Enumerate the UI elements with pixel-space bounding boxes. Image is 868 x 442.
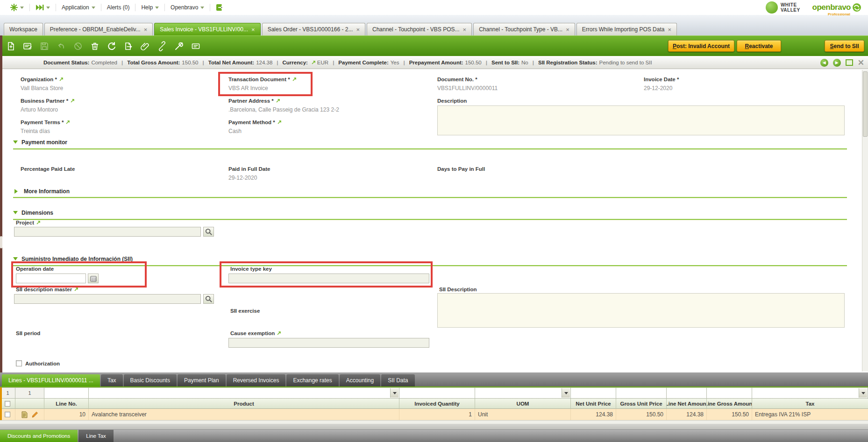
child-tab-tax[interactable]: Tax (101, 374, 123, 386)
child-tab-lines[interactable]: Lines - VBS1FULLINV/0000011 ... (2, 374, 100, 386)
column-header-line-gross-amount[interactable]: Line Gross Amount (707, 399, 752, 409)
column-header-uom[interactable]: UOM (475, 399, 571, 409)
tab-sales-invoice[interactable]: Sales Invoice - VBS1FULLINV/00...× (154, 23, 260, 35)
child-tab-payment-plan[interactable]: Payment Plan (178, 374, 226, 386)
column-header-net-unit-price[interactable]: Net Unit Price (571, 399, 616, 409)
post-button[interactable]: Post: Invalid Account (668, 40, 734, 52)
export-button[interactable] (121, 39, 135, 53)
workspace-menu[interactable] (5, 3, 29, 12)
sii-description-master-search-button[interactable] (203, 294, 214, 304)
bottom-tab-discounts-promotions[interactable]: Discounts and Promotions (0, 430, 78, 442)
quick-launch-menu[interactable] (30, 3, 56, 12)
splitter-grip[interactable] (0, 236, 2, 248)
menu-help[interactable]: Help (135, 3, 164, 12)
link-icon[interactable] (277, 120, 282, 125)
save-button[interactable] (37, 39, 51, 53)
section-sii[interactable]: Suministro Inmediato de Información (SII… (13, 255, 847, 266)
close-icon[interactable]: × (356, 27, 360, 33)
tab-channel-touchpoint[interactable]: Channel - Touchpoint - VBS POS...× (367, 23, 472, 35)
child-tab-accounting[interactable]: Accounting (340, 374, 380, 386)
operation-date-input[interactable] (16, 274, 86, 283)
reactivate-button[interactable]: Reactivate (737, 40, 781, 52)
form-scrollbar[interactable] (862, 70, 868, 372)
column-header-tax[interactable]: Tax (752, 399, 868, 409)
link-icon[interactable] (277, 331, 281, 336)
row-checkbox[interactable] (5, 412, 10, 417)
column-header-gross-unit-price[interactable]: Gross Unit Price (616, 399, 667, 409)
table-row[interactable]: 10 Avalanche transceiver 1 Unit 124.38 1… (0, 409, 868, 420)
column-header-line-net-amount[interactable]: Line Net Amount (667, 399, 707, 409)
filter-input-line-gross-amount[interactable] (707, 387, 752, 399)
tab-channel-touchpoint-type[interactable]: Channel - Touchpoint Type - VB...× (473, 23, 575, 35)
filter-input-line-net-amount[interactable] (667, 387, 707, 399)
tab-preference[interactable]: Preference - OBRDM_EnableDeliv...× (44, 23, 153, 35)
calendar-button[interactable] (88, 274, 99, 283)
sii-description-textarea[interactable] (437, 293, 845, 328)
column-header-invoiced-quantity[interactable]: Invoiced Quantity (399, 399, 475, 409)
logout-button[interactable] (210, 3, 230, 12)
delete-button[interactable] (88, 39, 102, 53)
filter-input-invoiced-quantity[interactable] (399, 387, 475, 399)
dropdown-button[interactable] (390, 388, 398, 398)
print-button[interactable] (189, 39, 203, 53)
section-dimensions[interactable]: Dimensions (13, 209, 847, 220)
project-input[interactable] (14, 227, 201, 237)
close-icon[interactable]: × (668, 27, 671, 33)
filter-input-uom[interactable] (475, 387, 571, 399)
filter-input-gross-unit-price[interactable] (616, 387, 667, 399)
attachment-button[interactable] (138, 39, 152, 53)
column-header-product[interactable]: Product (89, 399, 399, 409)
note-icon[interactable] (21, 411, 28, 418)
link-button[interactable] (155, 39, 169, 53)
project-search-button[interactable] (203, 227, 214, 237)
tab-workspace[interactable]: Workspace (4, 23, 43, 35)
child-tab-sii-data[interactable]: SII Data (381, 374, 414, 386)
scrollbar-thumb[interactable] (863, 71, 868, 137)
filter-cell[interactable]: 1 (15, 387, 44, 399)
description-textarea[interactable] (437, 105, 845, 135)
previous-record-button[interactable]: ◀ (820, 59, 828, 67)
undo-button[interactable] (54, 39, 68, 53)
tab-sales-order[interactable]: Sales Order - VBS1/0000166 - 2...× (262, 23, 365, 35)
filter-cell[interactable]: 1 (0, 387, 15, 399)
cancel-button[interactable] (71, 39, 85, 53)
filter-input-tax[interactable] (752, 387, 868, 399)
new-record-button[interactable] (4, 39, 18, 53)
close-icon[interactable]: × (144, 27, 148, 33)
menu-application[interactable]: Application (56, 3, 101, 12)
close-icon[interactable]: × (566, 27, 569, 33)
child-tab-basic-discounts[interactable]: Basic Discounts (124, 374, 177, 386)
maximize-icon[interactable] (846, 59, 853, 66)
link-icon[interactable] (311, 60, 316, 65)
edit-pencil-icon[interactable] (31, 411, 38, 418)
authorization-checkbox[interactable] (16, 360, 22, 366)
close-icon[interactable]: × (251, 27, 255, 33)
tab-errors-importing-pos[interactable]: Errors While Importing POS Data× (576, 23, 677, 35)
section-payment-monitor[interactable]: Payment monitor (13, 138, 847, 149)
invoice-type-key-select[interactable] (228, 274, 429, 283)
bottom-tab-line-tax[interactable]: Line Tax (78, 430, 114, 442)
send-to-sii-button[interactable]: Send to SII (825, 40, 864, 52)
cause-exemption-select[interactable] (228, 338, 429, 348)
tools-button[interactable] (172, 39, 186, 53)
dropdown-button[interactable] (859, 388, 867, 398)
section-more-information[interactable]: More Information (13, 188, 847, 198)
link-icon[interactable] (65, 120, 70, 125)
link-icon[interactable] (74, 287, 78, 292)
filter-input-line-no[interactable] (44, 387, 89, 399)
child-tab-reversed-invoices[interactable]: Reversed Invoices (227, 374, 286, 386)
edit-form-button[interactable] (21, 39, 35, 53)
sii-description-master-input[interactable] (14, 294, 201, 304)
menu-openbravo[interactable]: Openbravo (165, 3, 210, 12)
close-icon[interactable]: × (463, 27, 467, 33)
link-icon[interactable] (36, 220, 41, 225)
refresh-button[interactable] (105, 39, 119, 53)
link-icon[interactable] (276, 98, 280, 103)
filter-input-net-unit-price[interactable] (571, 387, 616, 399)
child-tab-exchange-rates[interactable]: Exchange rates (286, 374, 338, 386)
column-header-line-no[interactable]: Line No. (44, 399, 89, 409)
link-icon[interactable] (292, 77, 297, 82)
link-icon[interactable] (70, 98, 75, 103)
next-record-button[interactable]: ▶ (833, 59, 841, 67)
dropdown-button[interactable] (562, 388, 570, 398)
